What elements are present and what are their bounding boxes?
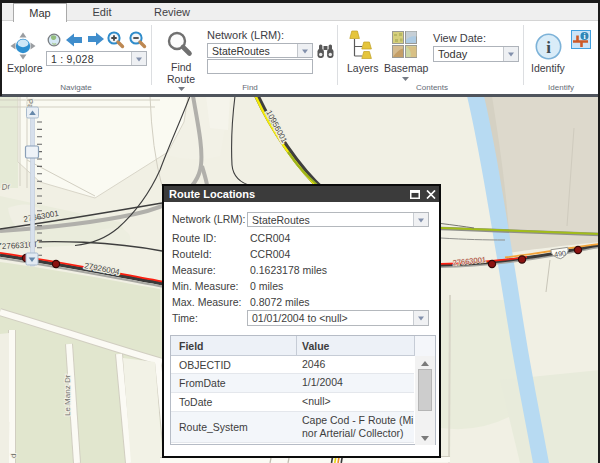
svg-text:d: d — [9, 454, 18, 458]
svg-text:i: i — [583, 32, 585, 41]
svg-text:490: 490 — [553, 249, 566, 260]
svg-text:i: i — [546, 38, 551, 57]
svg-text:Le Manz Dr: Le Manz Dr — [63, 374, 72, 416]
svg-text:Dr: Dr — [1, 182, 11, 192]
